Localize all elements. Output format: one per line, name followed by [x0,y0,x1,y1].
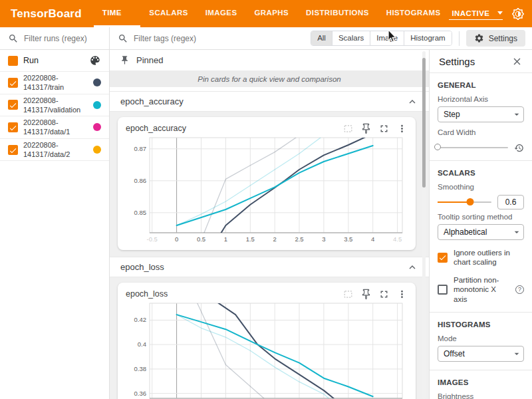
filter-all[interactable]: All [311,31,332,45]
svg-text:0.38: 0.38 [134,365,147,372]
tab-histograms[interactable]: HISTOGRAMS [378,0,450,27]
settings-panel-body: GENERALHorizontal AxisStepCard WidthSCAL… [430,81,532,399]
setting-label: Card Width [438,128,524,136]
run-row[interactable]: 20220808-141317/data/1 [0,116,109,139]
settings-heading-general: GENERAL [438,81,524,89]
runs-header-label: Run [23,56,84,65]
tooltip-sorting-method-select[interactable]: Alphabetical [438,224,524,240]
run-checkbox[interactable] [8,100,18,110]
card-width-slider[interactable] [438,147,508,148]
section-divider [430,370,532,370]
tensorboard-logo: TensorBoard [0,0,94,27]
brightness-icon[interactable] [512,8,524,20]
tab-distributions[interactable]: DISTRIBUTIONS [297,0,378,27]
scrollbar-thumb[interactable] [422,58,426,188]
select-value: Step [444,110,460,119]
filter-runs-row: Filter runs (regex) [0,27,109,50]
run-row[interactable]: 20220808-141317/data/2 [0,139,109,162]
select-all-runs-checkbox[interactable] [8,56,18,66]
fit-domain-icon[interactable] [342,289,354,300]
setting-label: Smoothing [438,183,524,191]
ignore-outliers-in-chart-scaling-checkbox-row[interactable]: Ignore outliers in chart scaling [438,248,524,267]
reload-status-select[interactable]: INACTIVE [449,8,503,20]
setting-label: Mode [438,334,524,342]
runs-list: 20220808-141317/train20220808-141317/val… [0,72,109,161]
section-body-epoch-accuracy: epoch_accuracy0.850.860.87-0.500.511.522… [110,112,429,257]
fullscreen-icon[interactable] [378,289,390,300]
smoothing-value-input[interactable]: 0.6 [497,195,524,209]
filter-scalars[interactable]: Scalars [332,31,370,45]
palette-icon[interactable] [89,55,101,66]
svg-text:0.42: 0.42 [134,316,147,323]
chart-epoch-loss[interactable]: 0.360.380.40.42-0.500.511.522.533.544.5 [126,301,408,399]
svg-text:4.5: 4.5 [393,235,402,243]
reload-status-value: INACTIVE [452,9,489,17]
run-label: 20220808-141317/validation [23,96,88,115]
run-label: 20220808-141317/data/2 [23,140,88,160]
section-header-epoch-accuracy[interactable]: epoch_accuracy [110,91,429,112]
settings-button[interactable]: Settings [466,30,525,47]
run-color-dot [93,123,101,131]
chart-epoch-accuracy[interactable]: 0.850.860.87-0.500.511.522.533.544.5 [126,136,408,249]
smoothing-slider[interactable] [438,201,491,203]
app-header: TensorBoard TIME SERIESSCALARSIMAGESGRAP… [0,0,532,27]
chevron-down-icon [497,11,503,15]
pin-card-icon[interactable] [360,123,372,134]
select-value: Alphabetical [444,227,487,237]
card-header: epoch_loss [126,287,408,301]
svg-text:0.4: 0.4 [138,340,146,348]
filter-tags-input[interactable]: Filter tags (regex) [134,34,196,43]
pinned-header: Pinned [110,50,429,70]
svg-text:0.36: 0.36 [134,390,147,397]
chart-card-epoch-accuracy: epoch_accuracy0.850.860.87-0.500.511.522… [118,117,416,250]
tab-scalars[interactable]: SCALARS [140,0,196,27]
collapse-icon[interactable] [406,261,418,273]
svg-text:0.86: 0.86 [134,177,147,184]
tab-graphs[interactable]: GRAPHS [245,0,297,27]
settings-heading-histograms: HISTOGRAMS [438,321,524,329]
tab-images[interactable]: IMAGES [197,0,246,27]
partition-non-monotonic-x-axis-checkbox-row[interactable]: Partition non-monotonic X axis? [438,275,524,304]
checkbox-label: Ignore outliers in chart scaling [454,248,524,267]
section-header-epoch-loss[interactable]: epoch_loss [110,257,429,277]
pinned-title: Pinned [136,55,163,65]
scrollbar[interactable] [422,51,426,399]
tab-time-series[interactable]: TIME SERIES [94,0,141,27]
slider-handle[interactable] [466,198,473,205]
setting-label: Brightness [438,392,524,399]
card-title: epoch_loss [126,289,342,299]
run-checkbox[interactable] [8,78,18,88]
svg-text:0.85: 0.85 [134,209,147,216]
filter-tags-row: Filter tags (regex) [118,33,311,44]
filter-histogram[interactable]: Histogram [404,31,451,45]
run-row[interactable]: 20220808-141317/validation [0,94,109,117]
svg-text:0.5: 0.5 [197,235,205,243]
section-title: epoch_accuracy [120,96,184,106]
horizontal-axis-select[interactable]: Step [438,106,524,122]
run-checkbox[interactable] [8,145,18,155]
settings-panel-header: Settings [430,50,532,73]
checkbox[interactable] [438,253,448,263]
pin-card-icon[interactable] [360,289,372,300]
svg-text:3.5: 3.5 [344,235,352,243]
collapse-icon[interactable] [406,96,418,108]
more-options-icon[interactable] [396,289,408,300]
run-row[interactable]: 20220808-141317/train [0,72,109,94]
toolbar-separator [459,31,460,46]
slider-handle[interactable] [434,144,441,150]
close-icon[interactable] [511,56,523,67]
run-checkbox[interactable] [8,122,18,132]
pin-icon [120,55,130,65]
checkbox[interactable] [438,285,448,295]
fit-domain-icon[interactable] [342,123,354,134]
mode-select[interactable]: Offset [438,346,524,362]
card-title: epoch_accuracy [126,124,342,133]
svg-text:0.87: 0.87 [134,145,147,152]
search-icon [8,33,19,44]
fullscreen-icon[interactable] [378,123,390,134]
reset-icon[interactable] [514,143,524,153]
filter-image[interactable]: Image [370,31,404,45]
filter-runs-input[interactable]: Filter runs (regex) [24,34,87,43]
help-icon[interactable]: ? [515,285,524,294]
more-options-icon[interactable] [396,123,408,134]
